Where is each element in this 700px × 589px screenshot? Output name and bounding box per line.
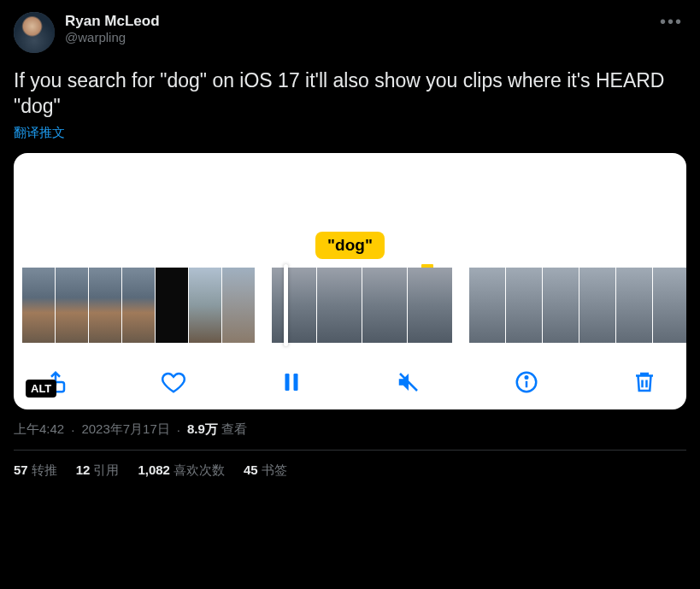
clip-frame [222, 268, 255, 343]
info-button[interactable] [514, 365, 539, 399]
clip-frame [56, 268, 88, 343]
clip-frame [317, 268, 362, 343]
tweet-stats: 57转推 12引用 1,082喜欢次数 45书签 [14, 451, 686, 479]
clip-frame [122, 268, 155, 343]
clip-frame [579, 268, 615, 343]
display-name: Ryan McLeod [65, 12, 160, 30]
more-button[interactable]: ••• [656, 12, 686, 32]
clip-group-1[interactable] [22, 268, 255, 343]
tweet-header: Ryan McLeod @warpling ••• [14, 12, 686, 53]
clip-frame [653, 268, 686, 343]
tweet-container: Ryan McLeod @warpling ••• If you search … [0, 0, 700, 479]
meta-dot [174, 422, 184, 437]
quotes-stat[interactable]: 12引用 [76, 462, 120, 479]
views-count: 8.9万 [187, 421, 218, 438]
tweet-time[interactable]: 上午4:42 [14, 421, 64, 438]
clip-frame [469, 268, 505, 343]
like-button[interactable] [161, 365, 186, 399]
delete-button[interactable] [632, 365, 657, 399]
media-toolbar [22, 358, 678, 399]
clip-frame [22, 268, 55, 343]
retweets-stat[interactable]: 57转推 [14, 462, 57, 479]
clip-group-2[interactable] [272, 268, 452, 343]
handle: @warpling [65, 30, 160, 46]
svg-rect-2 [293, 374, 297, 391]
playhead[interactable] [284, 264, 288, 346]
alt-badge[interactable]: ALT [26, 380, 56, 398]
clip-frame [408, 268, 452, 343]
clip-frame [156, 268, 188, 343]
video-timeline[interactable] [22, 268, 678, 343]
tweet-meta: 上午4:42 2023年7月17日 8.9万 查看 [14, 421, 686, 438]
media-card[interactable]: "dog" [14, 153, 686, 409]
clip-frame [272, 268, 316, 343]
translate-link[interactable]: 翻译推文 [14, 125, 686, 141]
caption-row: "dog" [22, 232, 678, 259]
clip-group-3[interactable] [469, 268, 686, 343]
avatar[interactable] [14, 12, 55, 53]
svg-rect-1 [285, 374, 289, 391]
clip-frame [89, 268, 121, 343]
tweet-date[interactable]: 2023年7月17日 [81, 421, 169, 438]
caption-bubble: "dog" [315, 232, 385, 259]
views-label[interactable]: 查看 [221, 421, 247, 438]
clip-frame [189, 268, 221, 343]
clip-frame [506, 268, 542, 343]
tweet-text: If you search for "dog" on iOS 17 it'll … [14, 68, 686, 120]
pause-button[interactable] [279, 365, 304, 399]
clip-frame [543, 268, 579, 343]
clip-frame [362, 268, 407, 343]
author-names[interactable]: Ryan McLeod @warpling [65, 12, 160, 46]
media-whitespace [22, 162, 678, 232]
meta-dot [68, 422, 78, 437]
clip-frame [616, 268, 652, 343]
svg-point-6 [526, 376, 528, 379]
mute-button[interactable] [396, 365, 421, 399]
bookmarks-stat[interactable]: 45书签 [244, 462, 287, 479]
likes-stat[interactable]: 1,082喜欢次数 [138, 462, 225, 479]
